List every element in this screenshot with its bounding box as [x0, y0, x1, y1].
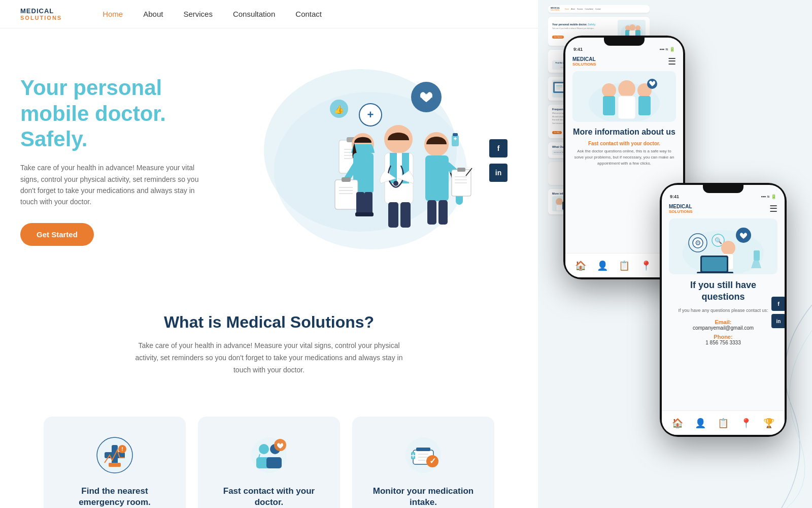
phone2-phone-label: Phone: — [669, 334, 777, 340]
phone2-home-tab[interactable]: 🏠 — [672, 418, 683, 429]
phone2-linkedin-icon[interactable]: in — [771, 314, 785, 328]
hero-title: Your personal mobile doctor. Safely. — [20, 75, 223, 152]
phone1-text: Ask the doctor questions online, this is… — [572, 148, 676, 167]
what-section: What is Medical Solutions? Take care of … — [0, 282, 538, 417]
svg-point-88 — [618, 80, 635, 98]
phone2-brand-top: MEDICAL — [669, 204, 693, 209]
nav-item-about[interactable]: About — [143, 10, 163, 19]
facebook-icon[interactable]: f — [489, 139, 507, 157]
svg-rect-22 — [363, 212, 374, 216]
phone2-email-label: Email: — [669, 319, 777, 325]
card-1-title: Find the nearest emergency room. — [58, 486, 172, 508]
hero-title-highlight: Safely. — [20, 127, 87, 151]
svg-text:!: ! — [121, 447, 123, 452]
hero-image-block: + 👍 — [223, 59, 518, 262]
phone1-home-tab[interactable]: 🏠 — [575, 260, 586, 271]
phone2-brand-bottom: SOLUTIONS — [669, 209, 693, 214]
phone-mockup-2: 9:41 ▪▪▪ ≈ 🔋 MEDICAL SOLUTIONS ☰ — [660, 183, 787, 437]
phone1-brand-top: MEDICAL — [572, 56, 596, 62]
svg-point-51 — [259, 444, 269, 454]
phone2-awards-tab[interactable]: 🏆 — [763, 418, 774, 429]
phone2-menu-icon[interactable]: ☰ — [769, 203, 777, 214]
svg-point-27 — [393, 181, 398, 186]
phone1-docs-tab[interactable]: 📋 — [619, 260, 630, 271]
svg-rect-61 — [416, 448, 430, 451]
hero-text-block: Your personal mobile doctor. Safely. Tak… — [20, 75, 223, 246]
phone1-profile-tab[interactable]: 👤 — [597, 260, 608, 271]
svg-rect-14 — [335, 180, 358, 209]
phone2-signal: ▪▪▪ ≈ 🔋 — [761, 194, 776, 199]
feature-card-emergency: ! Find the nearest emergency room. The a… — [44, 417, 186, 508]
brand-name-top: MEDICAL — [20, 7, 62, 15]
svg-rect-87 — [603, 96, 615, 115]
navbar: MEDICAL SOLUTIONS Home About Services Co… — [0, 0, 538, 28]
hero-cta-button[interactable]: Get Started — [20, 223, 94, 246]
svg-rect-106 — [754, 250, 760, 261]
phone1-signal: ▪▪▪ ≈ 🔋 — [659, 47, 675, 52]
phone1-brand-bottom: SOLUTIONS — [572, 62, 596, 67]
svg-text:⚙: ⚙ — [695, 239, 701, 247]
phone1-time: 9:41 — [573, 47, 583, 52]
phone1-subtitle: Fast contact with your doctor. — [572, 141, 676, 146]
svg-rect-40 — [452, 135, 459, 146]
svg-text:👍: 👍 — [334, 105, 344, 114]
feature-card-medication: ✓ Monitor your medication intake. Keep t… — [352, 417, 494, 508]
doctor-contact-icon — [249, 435, 289, 475]
what-description: Take care of your health in advance! Mea… — [127, 340, 411, 376]
phone2-phone-value: 1 856 756 3333 — [669, 340, 777, 345]
nav-item-contact[interactable]: Contact — [295, 10, 322, 19]
phone2-docs-tab[interactable]: 📋 — [718, 418, 729, 429]
brand-name-bottom: SOLUTIONS — [20, 15, 62, 21]
nav-link-home[interactable]: Home — [103, 10, 123, 18]
svg-rect-38 — [427, 200, 436, 225]
svg-rect-105 — [697, 272, 733, 273]
nav-menu: Home About Services Consultation Contact — [103, 10, 322, 19]
phone1-title: More information about us — [572, 127, 676, 138]
svg-rect-15 — [342, 177, 351, 182]
phone2-time: 9:41 — [670, 194, 679, 199]
nav-item-services[interactable]: Services — [183, 10, 213, 19]
svg-point-70 — [629, 24, 635, 30]
nav-item-home[interactable]: Home — [103, 10, 123, 19]
svg-rect-31 — [425, 155, 449, 201]
svg-rect-41 — [453, 133, 458, 136]
feature-card-doctor: Fast contact with your doctor. Ask the d… — [198, 417, 340, 508]
svg-rect-20 — [364, 192, 373, 215]
svg-rect-28 — [388, 202, 398, 228]
svg-rect-54 — [266, 457, 282, 468]
mini-nav-section: MEDICAL SOLUTIONS Home About Services Co… — [548, 5, 650, 13]
svg-point-72 — [635, 25, 640, 30]
svg-point-81 — [556, 198, 563, 205]
brand-logo[interactable]: MEDICAL SOLUTIONS — [20, 7, 62, 21]
hero-title-main: Your personal mobile doctor. — [20, 76, 166, 125]
right-panel: MEDICAL SOLUTIONS Home About Services Co… — [538, 0, 812, 508]
phone1-location-tab[interactable]: 📍 — [640, 260, 652, 271]
phone2-profile-tab[interactable]: 👤 — [695, 418, 706, 429]
what-title: What is Medical Solutions? — [20, 313, 518, 332]
svg-rect-104 — [702, 257, 727, 271]
card-3-title: Monitor your medication intake. — [366, 486, 480, 508]
svg-rect-33 — [457, 168, 465, 172]
svg-text:+: + — [367, 108, 374, 121]
nav-item-consultation[interactable]: Consultation — [233, 10, 275, 19]
doctors-illustration: + 👍 — [264, 69, 477, 252]
nav-link-consultation[interactable]: Consultation — [233, 10, 275, 18]
svg-rect-91 — [638, 96, 651, 115]
svg-rect-29 — [400, 202, 411, 228]
phone1-menu-icon[interactable]: ☰ — [668, 56, 676, 67]
medication-icon: ✓ — [403, 435, 444, 475]
svg-rect-82 — [556, 205, 562, 211]
nav-link-about[interactable]: About — [143, 10, 163, 18]
phone2-location-tab[interactable]: 📍 — [740, 418, 752, 429]
linkedin-icon[interactable]: in — [489, 164, 507, 182]
svg-rect-47 — [109, 463, 121, 467]
phone2-facebook-icon[interactable]: f — [771, 297, 785, 311]
phone2-text: If you have any questions please contact… — [669, 307, 777, 314]
svg-point-100 — [721, 241, 735, 255]
svg-text:✓: ✓ — [429, 457, 436, 465]
nav-link-services[interactable]: Services — [183, 10, 213, 18]
nav-link-contact[interactable]: Contact — [295, 10, 322, 18]
svg-rect-89 — [618, 96, 635, 119]
social-sidebar: f in — [489, 139, 507, 182]
svg-rect-39 — [438, 200, 448, 225]
